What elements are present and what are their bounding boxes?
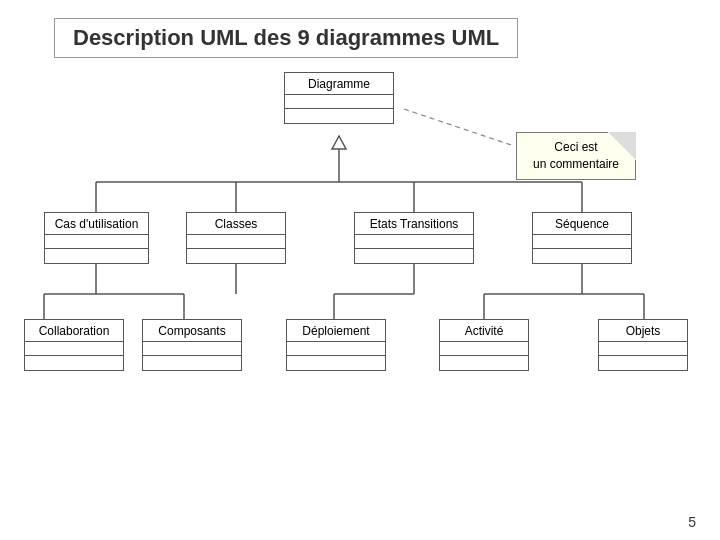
svg-marker-2: [332, 136, 346, 149]
collaboration-label: Collaboration: [25, 320, 123, 342]
composants-box: Composants: [142, 319, 242, 371]
activite-label: Activité: [440, 320, 528, 342]
diagram-area: Diagramme Ceci est un commentaire Cas d'…: [24, 64, 696, 504]
collaboration-box: Collaboration: [24, 319, 124, 371]
diagramme-box: Diagramme: [284, 72, 394, 124]
comment-box: Ceci est un commentaire: [516, 132, 636, 180]
objets-box: Objets: [598, 319, 688, 371]
sequence-box: Séquence: [532, 212, 632, 264]
activite-box: Activité: [439, 319, 529, 371]
sequence-label: Séquence: [533, 213, 631, 235]
classes-box: Classes: [186, 212, 286, 264]
page-container: Description UML des 9 diagrammes UML: [0, 0, 720, 540]
connectors-svg: [24, 64, 696, 504]
svg-line-7: [404, 109, 514, 146]
diagramme-label: Diagramme: [285, 73, 393, 95]
cas-utilisation-label: Cas d'utilisation: [45, 213, 148, 235]
deploiement-label: Déploiement: [287, 320, 385, 342]
objets-label: Objets: [599, 320, 687, 342]
etats-transitions-label: Etats Transitions: [355, 213, 473, 235]
cas-utilisation-box: Cas d'utilisation: [44, 212, 149, 264]
slide-title: Description UML des 9 diagrammes UML: [54, 18, 518, 58]
page-number: 5: [688, 514, 696, 530]
classes-label: Classes: [187, 213, 285, 235]
etats-transitions-box: Etats Transitions: [354, 212, 474, 264]
diagramme-method-section: [285, 109, 393, 123]
deploiement-box: Déploiement: [286, 319, 386, 371]
diagramme-attr-section: [285, 95, 393, 109]
composants-label: Composants: [143, 320, 241, 342]
